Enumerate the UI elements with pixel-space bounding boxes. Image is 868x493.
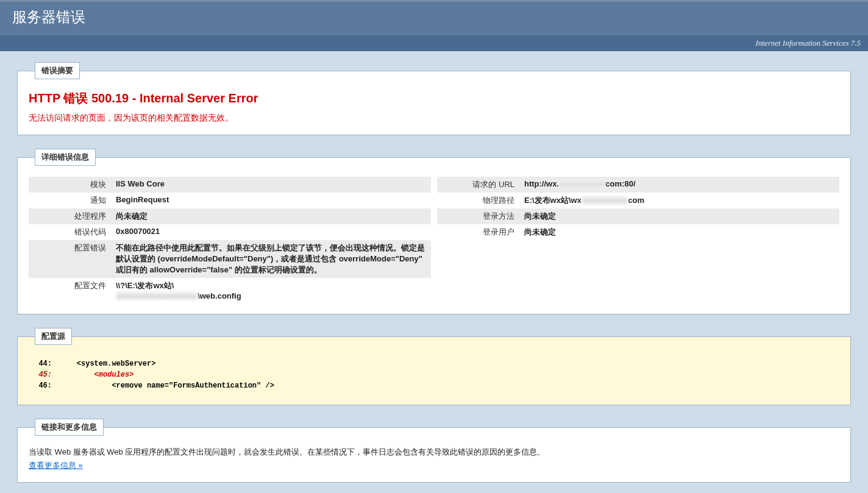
table-row: 模块 IIS Web Core	[29, 177, 431, 193]
code-block: 44: <system.webServer> 45: <modules> 46:…	[29, 356, 839, 394]
config-source-box: 配置源 44: <system.webServer> 45: <modules>…	[17, 328, 851, 405]
logon-label: 登录方法	[437, 208, 519, 224]
configerr-label: 配置错误	[29, 240, 111, 278]
table-row: 配置文件 \\?\E:\发布wx站\ xxxxxxxxxxxxxxxxxx\we…	[29, 278, 431, 303]
module-label: 模块	[29, 177, 111, 193]
table-row: 请求的 URL http://wx.xxxxxxxxxxcom:80/	[437, 177, 839, 193]
user-value: 尚未确定	[519, 224, 839, 240]
redacted-text: xxxxxxxxxxxxxxxxxx	[116, 291, 197, 300]
details-left-table: 模块 IIS Web Core 通知 BeginRequest 处理程序 尚未确…	[29, 177, 431, 303]
more-info-text: 当读取 Web 服务器或 Web 应用程序的配置文件出现问题时，就会发生此错误。…	[29, 447, 839, 458]
user-label: 登录用户	[437, 224, 519, 240]
url-value: http://wx.xxxxxxxxxxcom:80/	[519, 177, 839, 193]
code-line: 44: <system.webServer>	[34, 358, 834, 369]
detailed-error-box: 详细错误信息 模块 IIS Web Core 通知 BeginRequest 处…	[17, 149, 851, 314]
more-info-legend: 链接和更多信息	[35, 419, 104, 436]
table-row: 登录用户 尚未确定	[437, 224, 839, 240]
module-value: IIS Web Core	[111, 177, 431, 193]
details-right-table: 请求的 URL http://wx.xxxxxxxxxxcom:80/ 物理路径…	[437, 177, 839, 240]
errorcode-label: 错误代码	[29, 224, 111, 240]
notification-value: BeginRequest	[111, 193, 431, 208]
redacted-text: xxxxxxxxxx	[559, 179, 605, 188]
error-subtitle: 无法访问请求的页面，因为该页的相关配置数据无效。	[29, 113, 839, 124]
error-summary-legend: 错误摘要	[35, 62, 80, 79]
iis-version-bar: Internet Information Services 7.5	[0, 35, 868, 51]
table-row: 处理程序 尚未确定	[29, 208, 431, 224]
physpath-label: 物理路径	[437, 193, 519, 208]
handler-value: 尚未确定	[111, 208, 431, 224]
configfile-value: \\?\E:\发布wx站\ xxxxxxxxxxxxxxxxxx\web.con…	[111, 278, 431, 303]
code-line: 46: <remove name="FormsAuthentication" /…	[34, 380, 834, 391]
iis-version-text: Internet Information Services 7.5	[755, 38, 861, 48]
page-header: 服务器错误	[0, 2, 868, 35]
logon-value: 尚未确定	[519, 208, 839, 224]
notification-label: 通知	[29, 193, 111, 208]
config-source-legend: 配置源	[35, 328, 72, 345]
detailed-error-legend: 详细错误信息	[35, 149, 96, 166]
table-row: 登录方法 尚未确定	[437, 208, 839, 224]
error-summary-box: 错误摘要 HTTP 错误 500.19 - Internal Server Er…	[17, 62, 851, 135]
table-row: 物理路径 E:\发布wx站\wxxxxxxxxxxxcom	[437, 193, 839, 208]
handler-label: 处理程序	[29, 208, 111, 224]
code-line-error: 45: <modules>	[34, 369, 834, 380]
page-title: 服务器错误	[12, 7, 856, 27]
table-row: 错误代码 0x80070021	[29, 224, 431, 240]
configfile-label: 配置文件	[29, 278, 111, 303]
configerr-value: 不能在此路径中使用此配置节。如果在父级别上锁定了该节，便会出现这种情况。锁定是默…	[111, 240, 431, 278]
errorcode-value: 0x80070021	[111, 224, 431, 240]
url-label: 请求的 URL	[437, 177, 519, 193]
table-row: 配置错误 不能在此路径中使用此配置节。如果在父级别上锁定了该节，便会出现这种情况…	[29, 240, 431, 278]
redacted-text: xxxxxxxxxx	[582, 196, 628, 205]
physpath-value: E:\发布wx站\wxxxxxxxxxxxcom	[519, 193, 839, 208]
more-info-box: 链接和更多信息 当读取 Web 服务器或 Web 应用程序的配置文件出现问题时，…	[17, 419, 851, 483]
table-row: 通知 BeginRequest	[29, 193, 431, 208]
more-info-link[interactable]: 查看更多信息 »	[29, 461, 83, 470]
page-body: 错误摘要 HTTP 错误 500.19 - Internal Server Er…	[0, 51, 868, 493]
error-title: HTTP 错误 500.19 - Internal Server Error	[29, 90, 839, 107]
